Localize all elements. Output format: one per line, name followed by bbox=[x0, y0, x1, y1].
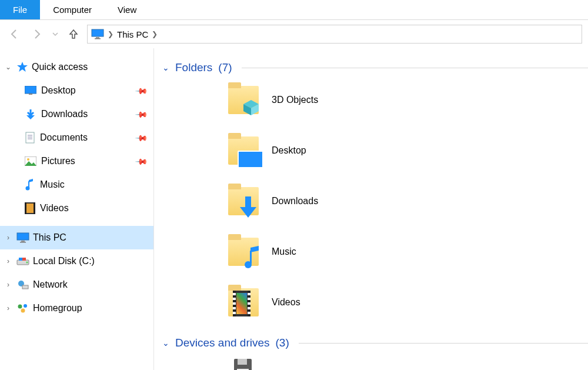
sidebar-item-label: Network bbox=[33, 279, 68, 290]
group-title: Folders bbox=[175, 61, 212, 74]
chevron-right-icon: ❯ bbox=[108, 30, 113, 38]
sidebar-item-label: This PC bbox=[33, 232, 66, 243]
sidebar-item-label: Desktop bbox=[41, 85, 76, 96]
folder-desktop[interactable]: Desktop bbox=[226, 133, 414, 168]
sidebar-item-label: Documents bbox=[40, 132, 88, 143]
sidebar-item-label: Quick access bbox=[32, 62, 88, 72]
drive-floppy-a[interactable]: Floppy Disk Drive (A:) bbox=[226, 358, 414, 370]
ribbon-tabs: File Computer View bbox=[0, 0, 588, 20]
floppy-drive-icon bbox=[226, 358, 261, 370]
breadcrumb[interactable]: ❯ This PC ❯ bbox=[87, 25, 582, 44]
monitor-icon bbox=[16, 232, 29, 243]
sidebar-local-disk[interactable]: › Local Disk (C:) bbox=[0, 249, 153, 273]
drive-icon bbox=[16, 256, 29, 266]
history-dropdown[interactable] bbox=[51, 25, 60, 43]
group-drives-header[interactable]: ⌄ Devices and drives (3) bbox=[162, 336, 588, 349]
folder-videos[interactable]: Videos bbox=[226, 285, 414, 320]
desktop-icon bbox=[25, 86, 36, 95]
back-button[interactable] bbox=[6, 25, 24, 43]
svg-rect-18 bbox=[34, 202, 35, 214]
svg-point-13 bbox=[26, 186, 30, 191]
chevron-right-icon: ❯ bbox=[152, 30, 158, 38]
chevron-down-icon: ⌄ bbox=[4, 63, 13, 71]
document-icon bbox=[25, 132, 35, 144]
chevron-right-icon: › bbox=[4, 281, 13, 289]
sidebar-item-label: Music bbox=[40, 179, 65, 190]
up-button[interactable] bbox=[65, 25, 82, 43]
svg-point-23 bbox=[26, 262, 28, 264]
sidebar-item-downloads[interactable]: Downloads 📌 bbox=[0, 102, 153, 126]
svg-rect-17 bbox=[25, 202, 26, 214]
sidebar-item-label: Downloads bbox=[41, 109, 88, 119]
folder-music[interactable]: Music bbox=[226, 234, 414, 269]
svg-rect-36 bbox=[250, 251, 252, 264]
svg-marker-3 bbox=[17, 62, 28, 72]
pin-icon: 📌 bbox=[135, 131, 148, 144]
svg-rect-0 bbox=[92, 29, 103, 36]
content-pane: ⌄ Folders (7) 3D Objects Desktop bbox=[154, 48, 588, 370]
pin-icon: 📌 bbox=[135, 84, 148, 97]
svg-marker-35 bbox=[240, 207, 256, 218]
folders-grid: 3D Objects Desktop Downloads bbox=[162, 82, 588, 320]
group-title: Devices and drives bbox=[175, 336, 270, 349]
svg-point-28 bbox=[18, 305, 22, 309]
folder-3d-objects[interactable]: 3D Objects bbox=[226, 82, 414, 118]
folder-icon bbox=[226, 82, 261, 118]
tab-view[interactable]: View bbox=[105, 0, 149, 19]
folder-icon bbox=[226, 133, 261, 168]
sidebar-homegroup[interactable]: › Homegroup bbox=[0, 296, 153, 320]
item-label: Music bbox=[272, 246, 296, 257]
divider bbox=[299, 343, 588, 344]
forward-button[interactable] bbox=[28, 25, 46, 43]
item-label: Downloads bbox=[272, 196, 318, 206]
chevron-down-icon: ⌄ bbox=[162, 338, 169, 348]
sidebar-item-label: Pictures bbox=[41, 156, 75, 166]
sidebar-item-music[interactable]: Music bbox=[0, 173, 153, 196]
svg-rect-16 bbox=[26, 204, 34, 213]
sidebar-item-videos[interactable]: Videos bbox=[0, 196, 153, 220]
svg-rect-24 bbox=[19, 258, 22, 261]
group-count: (3) bbox=[276, 336, 289, 349]
homegroup-icon bbox=[16, 303, 29, 314]
folder-icon bbox=[226, 234, 261, 269]
videos-icon bbox=[25, 202, 35, 214]
item-label: Desktop bbox=[272, 145, 306, 156]
chevron-right-icon: › bbox=[4, 304, 13, 312]
download-icon bbox=[25, 108, 36, 120]
chevron-down-icon: ⌄ bbox=[162, 63, 169, 72]
sidebar-item-documents[interactable]: Documents 📌 bbox=[0, 126, 153, 149]
folder-downloads[interactable]: Downloads bbox=[226, 184, 414, 219]
sidebar-item-label: Local Disk (C:) bbox=[33, 256, 95, 266]
sidebar: ⌄ Quick access Desktop 📌 Downloads bbox=[0, 48, 154, 370]
tab-computer[interactable]: Computer bbox=[40, 0, 105, 19]
sidebar-item-desktop[interactable]: Desktop 📌 bbox=[0, 79, 153, 102]
tab-file[interactable]: File bbox=[0, 0, 40, 19]
nav-row: ❯ This PC ❯ bbox=[0, 20, 588, 48]
svg-rect-1 bbox=[96, 37, 99, 38]
chevron-right-icon: › bbox=[4, 257, 13, 265]
sidebar-item-label: Videos bbox=[40, 203, 69, 214]
drives-grid: Floppy Disk Drive (A:) Local Dis 24.6 GB… bbox=[162, 358, 588, 370]
svg-point-30 bbox=[21, 309, 25, 313]
svg-rect-20 bbox=[21, 241, 25, 242]
quick-access-icon bbox=[16, 61, 28, 73]
sidebar-network[interactable]: › Network bbox=[0, 273, 153, 296]
monitor-icon bbox=[91, 29, 104, 39]
svg-rect-5 bbox=[29, 94, 32, 95]
sidebar-quick-access[interactable]: ⌄ Quick access bbox=[0, 55, 153, 79]
breadcrumb-root[interactable]: This PC bbox=[117, 29, 148, 39]
svg-point-29 bbox=[24, 304, 27, 308]
sidebar-this-pc[interactable]: › This PC bbox=[0, 226, 153, 249]
group-folders-header[interactable]: ⌄ Folders (7) bbox=[162, 61, 588, 74]
svg-rect-25 bbox=[22, 258, 26, 261]
item-label: Videos bbox=[272, 297, 300, 308]
svg-rect-21 bbox=[20, 242, 26, 243]
svg-rect-4 bbox=[25, 86, 36, 94]
svg-rect-19 bbox=[17, 233, 29, 240]
network-icon bbox=[16, 279, 29, 290]
sidebar-item-pictures[interactable]: Pictures 📌 bbox=[0, 149, 153, 173]
svg-point-37 bbox=[245, 261, 252, 268]
divider bbox=[242, 68, 588, 68]
svg-rect-34 bbox=[245, 196, 251, 207]
pin-icon: 📌 bbox=[135, 154, 148, 168]
